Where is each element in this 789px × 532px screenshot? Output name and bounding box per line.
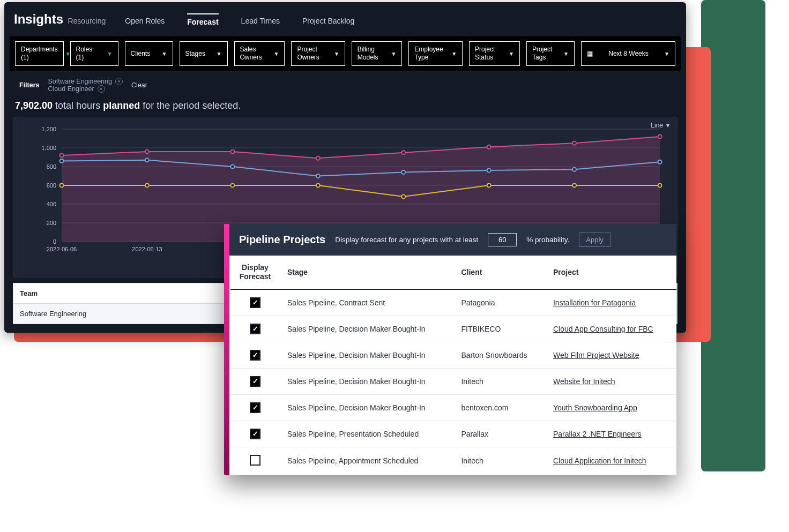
summary-line: 7,902.00 total hours planned for the per… — [4, 96, 686, 117]
filter-chip[interactable]: Cloud Engineer× — [48, 85, 123, 93]
display-forecast-checkbox[interactable] — [250, 376, 260, 387]
cell-client: bentoxen.com — [453, 394, 546, 421]
cell-client: Initech — [453, 447, 546, 475]
filter-project-status[interactable]: Project Status▼ — [469, 41, 520, 66]
svg-text:0: 0 — [53, 238, 56, 245]
project-link[interactable]: Parallax 2 .NET Engineers — [553, 430, 642, 438]
svg-point-34 — [145, 184, 149, 188]
date-range-picker[interactable]: ▦Next 8 Weeks▼ — [581, 41, 675, 66]
cell-stage: Sales Pipeline, Contract Sent — [280, 289, 453, 316]
topbar: Insights Resourcing Open RolesForecastLe… — [4, 2, 686, 36]
cell-stage: Sales Pipeline, Decision Maker Bought-In — [280, 342, 453, 368]
svg-point-23 — [572, 141, 576, 145]
col-stage: Stage — [280, 256, 453, 289]
cell-stage: Sales Pipeline, Presentation Scheduled — [280, 421, 453, 447]
display-forecast-checkbox[interactable] — [250, 455, 260, 466]
col-client: Client — [453, 256, 546, 289]
filter-project-owners[interactable]: Project Owners▼ — [291, 41, 345, 66]
svg-point-30 — [487, 169, 491, 173]
summary-total: 7,902.00 — [15, 100, 53, 111]
filter-departments-1-[interactable]: Departments(1)▼ — [15, 41, 64, 66]
chevron-down-icon: ▼ — [65, 51, 71, 57]
pipeline-title: Pipeline Projects — [239, 234, 325, 246]
svg-point-38 — [487, 184, 491, 188]
chevron-down-icon: ▼ — [162, 51, 167, 57]
cell-stage: Sales Pipeline, Appointment Scheduled — [280, 447, 453, 475]
probability-input[interactable] — [488, 233, 517, 246]
svg-point-17 — [60, 154, 64, 158]
chevron-down-icon: ▼ — [334, 51, 339, 57]
pipeline-header: Pipeline Projects Display forecast for a… — [224, 224, 676, 256]
svg-point-29 — [401, 170, 405, 174]
cell-stage: Sales Pipeline, Decision Maker Bought-In — [280, 368, 453, 394]
filter-stages[interactable]: Stages▼ — [180, 41, 228, 66]
tab-open-roles[interactable]: Open Roles — [125, 13, 165, 29]
svg-point-40 — [658, 184, 662, 188]
chevron-down-icon: ▼ — [451, 51, 457, 57]
filter-project-tags[interactable]: Project Tags▼ — [526, 41, 575, 66]
nav-tabs: Open RolesForecastLead TimesProject Back… — [125, 13, 354, 29]
cell-client: Parallax — [453, 421, 546, 447]
filter-chip[interactable]: Software Engineering× — [48, 78, 123, 85]
cell-stage: Sales Pipeline, Decision Maker Bought-In — [280, 316, 453, 342]
brand: Insights Resourcing — [14, 12, 106, 27]
table-row: Sales Pipeline, Decision Maker Bought-In… — [230, 368, 676, 394]
svg-text:2022-06-13: 2022-06-13 — [132, 246, 162, 252]
project-link[interactable]: Website for Initech — [553, 377, 615, 386]
svg-point-19 — [230, 150, 234, 154]
cell-client: Patagonia — [453, 289, 546, 316]
calendar-icon: ▦ — [587, 50, 593, 57]
filter-roles-1-[interactable]: Roles(1)▼ — [70, 41, 118, 66]
filter-sales-owners[interactable]: Sales Owners▼ — [234, 41, 285, 66]
svg-point-22 — [487, 145, 491, 149]
chevron-down-icon: ▼ — [217, 51, 222, 57]
svg-text:600: 600 — [47, 182, 56, 189]
brand-title: Insights — [14, 12, 63, 26]
tab-lead-times[interactable]: Lead Times — [241, 13, 280, 29]
cell-project: Cloud Application for Initech — [546, 447, 676, 475]
apply-button[interactable]: Apply — [579, 233, 611, 247]
svg-text:200: 200 — [47, 220, 56, 226]
filter-employee-type[interactable]: Employee Type▼ — [408, 41, 463, 66]
cell-project: Website for Initech — [546, 368, 676, 394]
project-link[interactable]: Youth Snowboarding App — [553, 403, 637, 412]
svg-point-24 — [658, 135, 662, 139]
applied-filters: Filters Software Engineering× Cloud Engi… — [4, 71, 686, 96]
tab-project-backlog[interactable]: Project Backlog — [302, 13, 354, 29]
svg-text:800: 800 — [47, 163, 56, 170]
display-forecast-checkbox[interactable] — [250, 297, 260, 308]
project-link[interactable]: Cloud App Consulting for FBC — [553, 325, 653, 333]
svg-point-35 — [230, 184, 234, 188]
cell-project: Installation for Patagonia — [546, 289, 676, 316]
svg-text:1,200: 1,200 — [41, 126, 56, 132]
decor-green — [701, 0, 765, 471]
project-link[interactable]: Web Film Project Website — [553, 351, 639, 359]
display-forecast-checkbox[interactable] — [250, 402, 260, 413]
close-icon[interactable]: × — [115, 78, 123, 85]
project-link[interactable]: Installation for Patagonia — [553, 298, 636, 307]
display-forecast-checkbox[interactable] — [250, 350, 260, 361]
svg-point-21 — [401, 151, 405, 154]
svg-point-28 — [316, 174, 320, 178]
chevron-down-icon: ▼ — [391, 51, 396, 57]
display-forecast-checkbox[interactable] — [250, 324, 260, 334]
svg-point-27 — [230, 165, 234, 169]
chevron-down-icon: ▼ — [664, 51, 669, 57]
project-link[interactable]: Cloud Application for Initech — [553, 456, 646, 465]
close-icon[interactable]: × — [98, 85, 105, 93]
pipeline-card: Pipeline Projects Display forecast for a… — [224, 224, 676, 475]
table-row: Sales Pipeline, Contract SentPatagoniaIn… — [230, 289, 676, 316]
cell-stage: Sales Pipeline, Decision Maker Bought-In — [280, 394, 453, 421]
svg-point-37 — [401, 195, 405, 199]
table-row: Sales Pipeline, Decision Maker Bought-In… — [230, 342, 676, 368]
pipeline-accent — [224, 224, 229, 475]
chevron-down-icon: ▼ — [274, 51, 279, 57]
display-forecast-checkbox[interactable] — [250, 429, 260, 439]
filter-billing-models[interactable]: Billing Models▼ — [352, 41, 402, 66]
svg-point-26 — [145, 158, 149, 162]
clear-filters[interactable]: Clear — [131, 81, 147, 89]
filter-clients[interactable]: Clients▼ — [125, 41, 173, 66]
table-row: Sales Pipeline, Decision Maker Bought-In… — [230, 394, 676, 421]
chart-type-toggle[interactable]: Line ▾ — [651, 122, 669, 129]
tab-forecast[interactable]: Forecast — [187, 13, 218, 29]
